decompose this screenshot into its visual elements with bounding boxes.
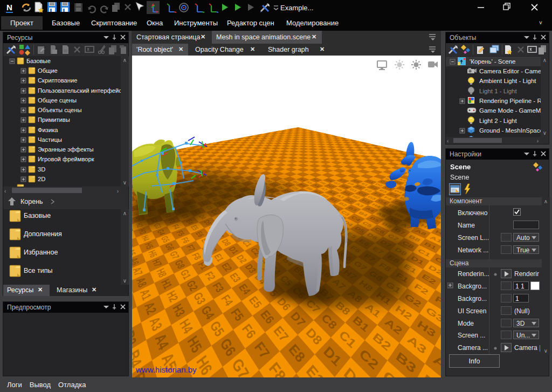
svg-text:Light 2 - Light: Light 2 - Light <box>479 118 517 124</box>
svg-text:3D: 3D <box>38 166 45 173</box>
svg-text:Light 1 - Light: Light 1 - Light <box>479 88 517 94</box>
svg-text:Дополнения: Дополнения <box>24 230 62 238</box>
svg-text:Экранные эффекты: Экранные эффекты <box>38 146 94 153</box>
svg-text:Game Mode - GameMode: Game Mode - GameMode <box>479 107 541 114</box>
svg-text:Частицы: Частицы <box>38 136 62 143</box>
svg-text:Примитивы: Примитивы <box>38 116 70 123</box>
svg-text:Объекты сцены: Объекты сцены <box>38 107 82 113</box>
svg-text:Базовые: Базовые <box>24 212 51 219</box>
svg-text:Ground - MeshInSpace: Ground - MeshInSpace <box>479 127 541 134</box>
svg-text:'Корень' - Scene: 'Корень' - Scene <box>470 58 515 65</box>
svg-text:Скриптование: Скриптование <box>38 77 77 84</box>
svg-text:Rendering Pipeline - Rer: Rendering Pipeline - Rer <box>479 98 541 104</box>
svg-text:Базовые: Базовые <box>26 58 51 64</box>
svg-text:Общие: Общие <box>38 67 58 74</box>
svg-text:Camera Editor - Camera: Camera Editor - Camera <box>479 68 541 74</box>
svg-text:Физика: Физика <box>38 127 58 133</box>
svg-text:Избранное: Избранное <box>24 249 58 256</box>
svg-text:2D: 2D <box>38 176 45 182</box>
svg-text:Ambient Light - Light: Ambient Light - Light <box>479 78 536 84</box>
svg-text:Пользовательский интерфейс: Пользовательский интерфейс <box>38 87 121 94</box>
svg-text:Общее сцены: Общее сцены <box>38 97 77 104</box>
svg-text:Игровой фреймворк: Игровой фреймворк <box>38 156 94 162</box>
svg-text:Все типы: Все типы <box>24 267 52 274</box>
svg-text:N: N <box>6 3 12 12</box>
